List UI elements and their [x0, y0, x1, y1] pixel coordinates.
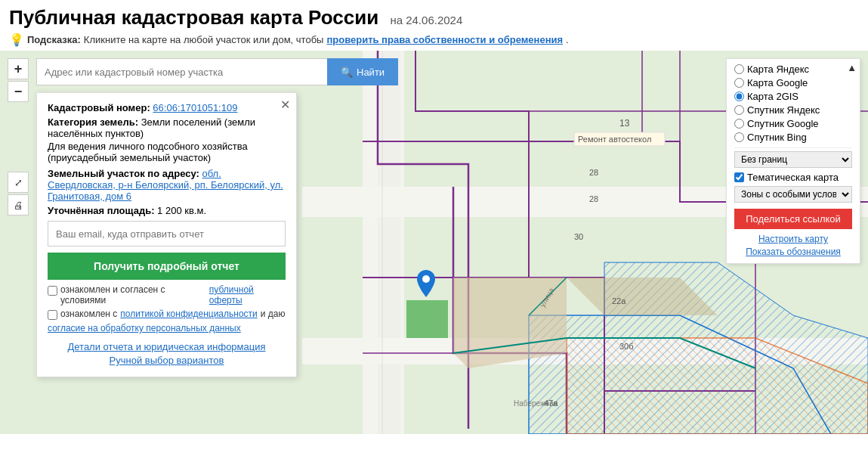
radio-2gis[interactable] [734, 91, 744, 101]
layer-option-google-sat: Спутник Google [734, 118, 852, 129]
radio-yandex-map[interactable] [734, 64, 744, 74]
thematic-label: Тематическая карта [747, 172, 839, 183]
offer-link[interactable]: публичной оферты [209, 284, 286, 305]
layer-option-yandex-sat: Спутник Яндекс [734, 104, 852, 116]
svg-text:47а: 47а [544, 399, 558, 408]
borders-select[interactable]: Без границ [734, 151, 852, 168]
close-button[interactable]: ✕ [280, 98, 290, 112]
print-button[interactable]: 🖨 [8, 194, 29, 216]
hint-period: . [566, 34, 569, 45]
layer-option-bing-sat: Спутник Bing [734, 132, 852, 143]
radio-yandex-sat[interactable] [734, 105, 744, 115]
checkbox1-text: ознакомлен и согласен с условиями [60, 284, 206, 305]
configure-map-link[interactable]: Настроить карту [734, 234, 852, 244]
search-label: Найти [357, 67, 385, 78]
svg-text:Ремонт автостекол: Ремонт автостекол [578, 135, 651, 144]
thematic-select[interactable]: Зоны с особыми условиями [734, 186, 852, 203]
radio-bing-sat[interactable] [734, 132, 744, 142]
layer-panel: ▲ Карта Яндекс Карта Google Карта 2GIS С… [726, 58, 860, 264]
layer-option-google-map: Карта Google [734, 77, 852, 88]
search-icon: 🔍 [341, 67, 353, 78]
layer-option-yandex-map: Карта Яндекс [734, 64, 852, 75]
side-tools: ⤢ 🖨 [8, 172, 29, 216]
radio-google-map[interactable] [734, 78, 744, 88]
cadastral-link[interactable]: 66:06:1701051:109 [153, 102, 237, 113]
thematic-checkbox[interactable] [734, 172, 744, 182]
report-button[interactable]: Получить подробный отчет [48, 253, 286, 280]
divider1 [734, 147, 852, 148]
svg-point-27 [422, 275, 430, 283]
details-link[interactable]: Детали отчета и юридическая информация [48, 341, 286, 352]
checkbox2-row: ознакомлен с политикой конфиденциальност… [48, 309, 286, 333]
svg-rect-2 [378, 51, 400, 434]
cadastral-label: Кадастровый номер: [48, 102, 150, 113]
header: Публичная кадастровая карта России на 24… [0, 0, 868, 31]
hint-bold: Подсказка: [27, 34, 81, 45]
category-row: Категория земель: Земли поселений (земли… [48, 116, 286, 139]
cadastral-row: Кадастровый номер: 66:06:1701051:109 [48, 102, 286, 113]
layer-option-2gis: Карта 2GIS [734, 91, 852, 102]
zoom-controls: + − [8, 58, 29, 102]
address-label: Земельный участок по адресу: [48, 168, 199, 179]
svg-text:30: 30 [574, 232, 583, 241]
address-row: Земельный участок по адресу: обл. Свердл… [48, 168, 286, 202]
svg-text:28: 28 [589, 168, 598, 177]
layer-options: Карта Яндекс Карта Google Карта 2GIS Спу… [734, 64, 852, 143]
search-button[interactable]: 🔍 Найти [327, 58, 398, 85]
privacy-link[interactable]: политикой конфиденциальности [120, 309, 257, 319]
svg-rect-5 [381, 51, 383, 434]
area-value: 1 200 кв.м. [157, 205, 206, 216]
map-pin [417, 270, 435, 299]
category-label: Категория земель: [48, 116, 138, 128]
hint-bar: 💡 Подсказка: Кликните на карте на любой … [0, 31, 868, 51]
svg-text:28: 28 [589, 194, 598, 203]
manual-select-link[interactable]: Ручной выбор вариантов [48, 355, 286, 366]
page-title: Публичная кадастровая карта России на 24… [9, 6, 859, 29]
email-input[interactable] [48, 221, 286, 247]
thematic-checkbox-row: Тематическая карта [734, 172, 852, 183]
svg-rect-26 [406, 300, 448, 338]
date-label: на 24.06.2024 [390, 14, 462, 26]
zoom-out-button[interactable]: − [8, 81, 29, 102]
checkbox2[interactable] [48, 310, 57, 320]
checkbox2-text: ознакомлен с [60, 309, 117, 319]
search-bar: 🔍 Найти [36, 58, 398, 85]
hint-link[interactable]: проверить права собственности и обремене… [326, 34, 563, 45]
map-area[interactable]: улица Набережная Расстояние 13 28 28 30 … [0, 51, 868, 434]
svg-text:13: 13 [619, 118, 630, 129]
svg-text:30б: 30б [619, 342, 634, 351]
svg-text:22а: 22а [612, 296, 626, 305]
area-label: Уточнённая площадь: [48, 205, 154, 216]
panel-links: Детали отчета и юридическая информация Р… [48, 341, 286, 366]
zoom-in-button[interactable]: + [8, 58, 29, 79]
radio-google-sat[interactable] [734, 119, 744, 129]
hint-text: Кликните на карте на любой участок или д… [84, 34, 324, 45]
fullscreen-button[interactable]: ⤢ [8, 172, 29, 193]
checkbox1[interactable] [48, 286, 57, 296]
purpose-row: Для ведения личного подсобного хозяйства… [48, 141, 286, 163]
layer-collapse-button[interactable]: ▲ [847, 62, 857, 73]
hint-icon: 💡 [9, 33, 24, 47]
legend-link[interactable]: Показать обозначения [734, 247, 852, 257]
search-input[interactable] [36, 58, 327, 85]
share-button[interactable]: Поделиться ссылкой [734, 209, 852, 229]
checkbox1-row: ознакомлен и согласен с условиями публич… [48, 284, 286, 305]
consent-link[interactable]: согласие на обработку персональных данны… [48, 323, 241, 333]
info-panel: ✕ Кадастровый номер: 66:06:1701051:109 К… [36, 92, 297, 377]
area-row: Уточнённая площадь: 1 200 кв.м. [48, 205, 286, 216]
checkbox2-text2: и даю [261, 309, 286, 319]
